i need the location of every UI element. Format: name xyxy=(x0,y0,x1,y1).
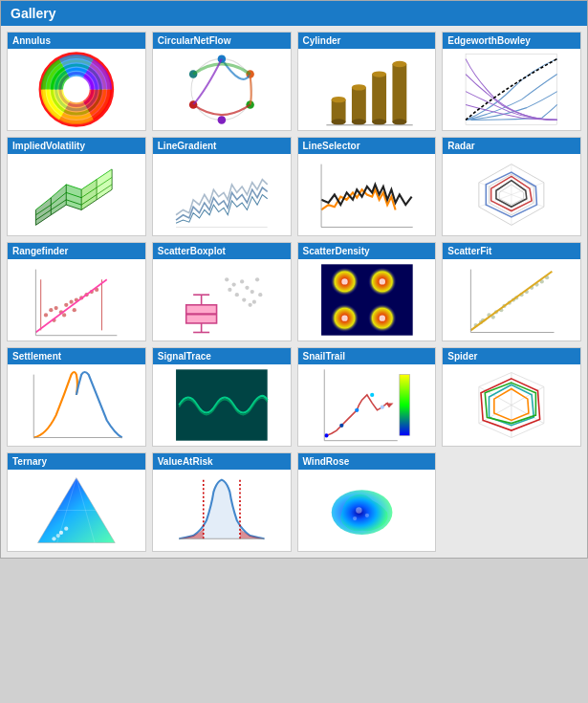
gallery-item-scatterboxplot[interactable]: ScatterBoxplot xyxy=(152,242,292,341)
svg-point-49 xyxy=(44,313,48,317)
svg-point-55 xyxy=(62,313,66,317)
item-title-edgeworthbowley: EdgeworthBowley xyxy=(443,33,580,49)
svg-point-153 xyxy=(353,516,357,520)
gallery-item-scatterdensity[interactable]: ScatterDensity xyxy=(297,242,437,341)
item-preview-valueatrisk xyxy=(153,470,291,551)
item-preview-scatterfit xyxy=(443,259,580,341)
gallery-item-rangefinder[interactable]: Rangefinder xyxy=(7,242,146,341)
gallery-item-circularnetflow[interactable]: CircularNetFlow xyxy=(152,32,292,131)
gallery-item-snailtrail[interactable]: SnailTrail xyxy=(297,347,437,447)
svg-rect-18 xyxy=(351,87,365,121)
item-preview-scatterdensity xyxy=(298,259,436,341)
svg-marker-30 xyxy=(51,185,66,215)
item-preview-windrose xyxy=(298,470,436,551)
item-title-snailtrail: SnailTrail xyxy=(298,348,436,364)
item-preview-linegradient xyxy=(153,154,291,235)
svg-point-93 xyxy=(341,315,347,320)
svg-point-121 xyxy=(339,424,343,428)
item-title-lineselector: LineSelector xyxy=(298,138,436,154)
item-title-valueatrisk: ValueAtRisk xyxy=(153,453,291,470)
svg-rect-118 xyxy=(399,375,409,436)
svg-point-72 xyxy=(234,293,238,297)
svg-marker-119 xyxy=(385,403,394,406)
svg-point-17 xyxy=(331,119,345,124)
svg-point-23 xyxy=(372,119,386,124)
item-title-settlement: Settlement xyxy=(8,348,145,364)
item-preview-settlement xyxy=(8,364,145,446)
item-title-linegradient: LineGradient xyxy=(153,138,291,154)
gallery-item-linegradient[interactable]: LineGradient xyxy=(152,137,292,236)
svg-point-151 xyxy=(356,507,361,513)
svg-point-20 xyxy=(351,119,365,124)
svg-rect-15 xyxy=(331,99,345,121)
svg-point-78 xyxy=(248,303,251,307)
item-title-cylinder: Cylinder xyxy=(298,33,436,49)
svg-point-71 xyxy=(240,279,244,283)
item-preview-edgeworthbowley xyxy=(443,49,580,130)
gallery-item-valueatrisk[interactable]: ValueAtRisk xyxy=(152,452,292,552)
svg-point-143 xyxy=(59,531,63,535)
item-preview-circularnetflow xyxy=(153,49,291,130)
svg-line-65 xyxy=(35,279,106,332)
svg-point-25 xyxy=(392,61,406,67)
svg-marker-32 xyxy=(81,180,97,210)
gallery-item-scatterfit[interactable]: ScatterFit xyxy=(442,242,581,341)
item-title-annulus: Annulus xyxy=(8,33,145,49)
svg-rect-21 xyxy=(372,75,386,122)
item-preview-radar xyxy=(443,154,580,235)
gallery-item-lineselector[interactable]: LineSelector xyxy=(297,137,437,236)
svg-point-75 xyxy=(255,277,259,281)
item-title-radar: Radar xyxy=(443,138,580,154)
svg-point-12 xyxy=(217,116,226,124)
item-title-spider: Spider xyxy=(443,348,580,364)
svg-point-152 xyxy=(364,514,368,517)
svg-marker-31 xyxy=(66,185,81,210)
gallery-item-signaltrace[interactable]: SignalTrace xyxy=(152,347,292,447)
svg-point-54 xyxy=(64,303,68,307)
svg-point-68 xyxy=(225,277,229,281)
svg-point-145 xyxy=(64,527,68,531)
item-preview-cylinder xyxy=(298,49,436,130)
item-preview-scatterboxplot xyxy=(153,259,291,341)
gallery-item-windrose[interactable]: WindRose xyxy=(297,452,437,552)
svg-point-124 xyxy=(380,406,383,409)
svg-point-26 xyxy=(392,119,406,124)
gallery-item-settlement[interactable]: Settlement xyxy=(7,347,146,447)
item-preview-signaltrace xyxy=(153,364,291,446)
svg-point-91 xyxy=(341,278,347,284)
item-title-scatterdensity: ScatterDensity xyxy=(298,243,436,259)
svg-point-123 xyxy=(370,393,374,397)
svg-point-122 xyxy=(355,408,359,412)
gallery-item-annulus[interactable]: Annulus xyxy=(7,32,146,131)
item-title-ternary: Ternary xyxy=(8,453,145,470)
gallery-container: Gallery Annulus xyxy=(0,0,588,559)
item-title-signaltrace: SignalTrace xyxy=(153,348,291,364)
svg-point-58 xyxy=(73,308,76,312)
svg-point-77 xyxy=(242,297,246,301)
svg-marker-33 xyxy=(97,169,112,200)
item-title-circularnetflow: CircularNetFlow xyxy=(153,33,291,49)
svg-point-92 xyxy=(379,278,384,284)
svg-point-94 xyxy=(379,315,384,320)
svg-point-7 xyxy=(63,77,90,103)
svg-point-74 xyxy=(250,290,253,294)
gallery-item-impliedvolatility[interactable]: ImpliedVolatility xyxy=(7,137,146,236)
svg-point-56 xyxy=(69,300,73,304)
gallery-title: Gallery xyxy=(11,6,55,21)
item-preview-spider xyxy=(443,364,580,446)
item-preview-rangefinder xyxy=(8,259,145,341)
svg-line-112 xyxy=(471,272,553,331)
svg-point-79 xyxy=(252,300,256,304)
gallery-item-cylinder[interactable]: Cylinder xyxy=(297,32,437,131)
svg-point-146 xyxy=(56,534,60,538)
gallery-item-edgeworthbowley[interactable]: EdgeworthBowley xyxy=(442,32,581,131)
item-preview-snailtrail xyxy=(298,364,436,446)
gallery-item-ternary[interactable]: Ternary xyxy=(7,452,146,552)
gallery-item-spider[interactable]: Spider xyxy=(442,347,581,447)
item-title-windrose: WindRose xyxy=(298,453,436,470)
gallery-item-radar[interactable]: Radar xyxy=(442,137,581,236)
svg-point-76 xyxy=(258,293,262,297)
svg-point-19 xyxy=(351,84,365,90)
item-title-scatterfit: ScatterFit xyxy=(443,243,580,259)
item-preview-ternary xyxy=(8,470,145,551)
